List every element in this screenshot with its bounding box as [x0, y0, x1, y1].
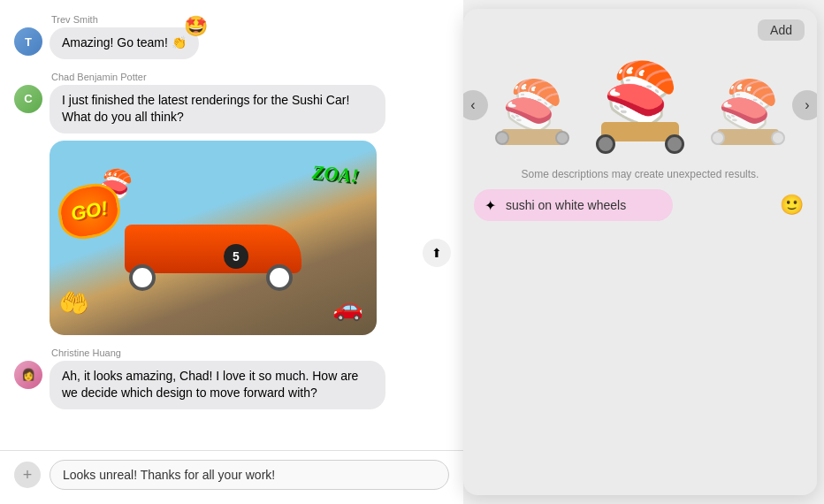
bubble-christine: Ah, it looks amazing, Chad! I love it so… [50, 361, 385, 409]
attachment-button[interactable]: + [14, 462, 41, 488]
bubble-trev: Amazing! Go team! 👏 [50, 27, 199, 59]
message-group-trev: Trev Smith T Amazing! Go team! 👏 🤩 [14, 14, 449, 59]
share-icon: ⬆ [431, 246, 442, 260]
car-wheel-left [129, 264, 156, 291]
message-row-chad: C I just finished the latest renderings … [14, 85, 449, 335]
sushi-car-image: 🍣 GO! ZOA! 5 🤲 🚗 [50, 141, 377, 335]
sushi-race-car: 5 [116, 220, 310, 291]
sushi-car-left[interactable]: 🍣 [488, 65, 576, 145]
car-wheel-right [266, 264, 293, 291]
avatar-trev: T [14, 27, 42, 56]
chevron-left-icon: ‹ [470, 97, 475, 113]
avatar-christine: 👩 [14, 361, 42, 389]
image-generator-panel: Add ‹ 🍣 🍣 [463, 9, 817, 495]
generator-input-row: ✦ 🙂 [463, 189, 817, 233]
chat-area: Trev Smith T Amazing! Go team! 👏 🤩 Chad … [0, 0, 463, 504]
sender-name-chad: Chad Benjamin Potter [51, 72, 449, 82]
sushi-car-right[interactable]: 🍣 [704, 65, 792, 145]
panel-top: Add [463, 9, 817, 48]
message-row-christine: 👩 Ah, it looks amazing, Chad! I love it … [14, 361, 449, 409]
messages-list: Trev Smith T Amazing! Go team! 👏 🤩 Chad … [0, 14, 463, 450]
sushi-car-center[interactable]: 🍣 [587, 57, 693, 154]
sushi-carousel: ‹ 🍣 🍣 [463, 48, 817, 163]
plus-icon: + [23, 466, 33, 485]
message-row-trev: T Amazing! Go team! 👏 🤩 [14, 27, 449, 59]
sender-name-christine: Christine Huang [51, 347, 449, 358]
sender-name-trev: Trev Smith [51, 14, 449, 25]
car-number: 5 [224, 244, 248, 269]
sticker-zoom: ZOA! [311, 161, 360, 187]
emoji-picker-button[interactable]: 🙂 [776, 190, 806, 220]
message-group-chad: Chad Benjamin Potter C I just finished t… [14, 72, 449, 335]
reaction-trev: 🤩 [184, 15, 208, 38]
emoji-face-icon: 🙂 [780, 194, 804, 216]
generator-hint: Some descriptions may create unexpected … [463, 163, 817, 189]
sushi-car-image-bubble: 🍣 GO! ZOA! 5 🤲 🚗 [50, 141, 385, 335]
chevron-right-icon: › [805, 97, 809, 113]
sushi-render-left: 🍣 [488, 65, 576, 145]
carousel-next[interactable]: › [792, 90, 817, 120]
carousel-prev[interactable]: ‹ [463, 90, 488, 120]
chat-input-bar: + [0, 450, 463, 504]
sushi-render-center: 🍣 [587, 57, 693, 154]
sushi-images-row: 🍣 🍣 🍣 [488, 57, 792, 154]
sticker-hands: 🤲 [56, 286, 91, 320]
add-button[interactable]: Add [758, 19, 805, 41]
chat-input[interactable] [50, 460, 449, 490]
sushi-render-right: 🍣 [704, 65, 792, 145]
generator-input[interactable] [474, 189, 673, 221]
sticker-car: 🚗 [332, 293, 363, 322]
bubble-chad: I just finished the latest renderings fo… [50, 85, 385, 134]
generator-input-wrapper: ✦ [474, 189, 769, 221]
share-button[interactable]: ⬆ [423, 239, 451, 267]
message-group-christine: Christine Huang 👩 Ah, it looks amazing, … [14, 347, 449, 409]
avatar-chad: C [14, 85, 42, 113]
